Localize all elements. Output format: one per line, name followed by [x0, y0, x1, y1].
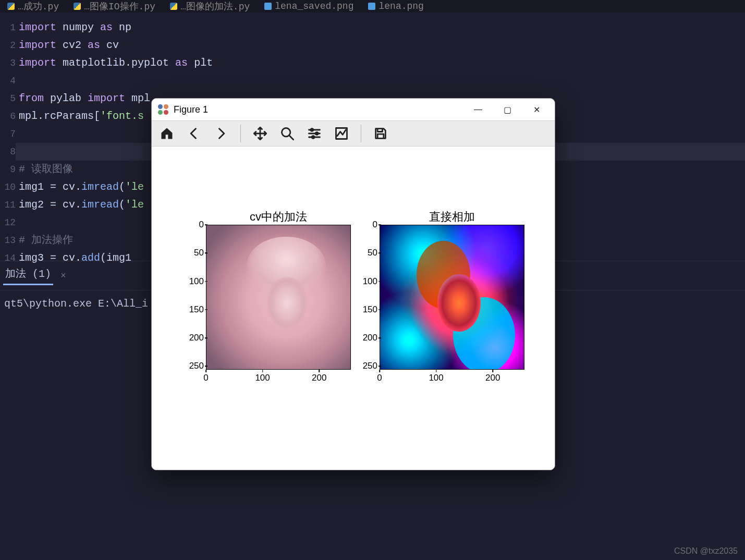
subplot-title: 直接相加: [380, 209, 524, 225]
watermark: CSDN @txz2035: [674, 546, 738, 556]
edit-axes-icon[interactable]: [334, 126, 349, 141]
zoom-icon[interactable]: [279, 126, 295, 141]
svg-point-1: [311, 129, 313, 131]
maximize-button[interactable]: ▢: [495, 105, 519, 115]
window-title: Figure 1: [174, 104, 208, 115]
minimize-button[interactable]: —: [466, 105, 490, 114]
separator: [361, 125, 361, 142]
subplot-axes: [380, 225, 524, 370]
forward-icon[interactable]: [213, 126, 229, 141]
separator: [240, 125, 241, 142]
figure-canvas[interactable]: cv中的加法 0501001502002500100200 直接相加 05010…: [152, 147, 555, 470]
tab-file[interactable]: lena_saved.png: [257, 0, 361, 13]
home-icon[interactable]: [159, 126, 175, 141]
close-button[interactable]: ✕: [524, 105, 548, 115]
subplot-axes: [206, 225, 351, 370]
subplot-title: cv中的加法: [206, 209, 351, 225]
tab-file[interactable]: …成功.py: [0, 0, 66, 13]
close-icon[interactable]: ×: [57, 271, 66, 281]
svg-point-3: [312, 136, 314, 139]
pan-icon[interactable]: [252, 126, 268, 141]
window-titlebar[interactable]: Figure 1 — ▢ ✕: [152, 99, 555, 120]
back-icon[interactable]: [186, 126, 202, 141]
image-cv-add: [206, 225, 350, 369]
matplotlib-toolbar: [152, 120, 555, 147]
run-tab[interactable]: 加法 (1): [3, 266, 53, 285]
tab-file[interactable]: …图像的加法.py: [163, 0, 257, 13]
editor-tabs: …成功.py …图像IO操作.py …图像的加法.py lena_saved.p…: [0, 0, 745, 13]
configure-subplots-icon[interactable]: [307, 126, 322, 141]
save-icon[interactable]: [373, 126, 388, 141]
matplotlib-figure-window: Figure 1 — ▢ ✕ cv中的加法 050100150200250010…: [151, 98, 555, 470]
line-gutter: 1234567891011121314: [0, 13, 16, 261]
tab-file[interactable]: …图像IO操作.py: [66, 0, 163, 13]
image-direct-add: [380, 225, 524, 369]
matplotlib-icon: [158, 104, 168, 115]
svg-point-2: [315, 132, 318, 135]
tab-file[interactable]: lena.png: [361, 0, 431, 13]
